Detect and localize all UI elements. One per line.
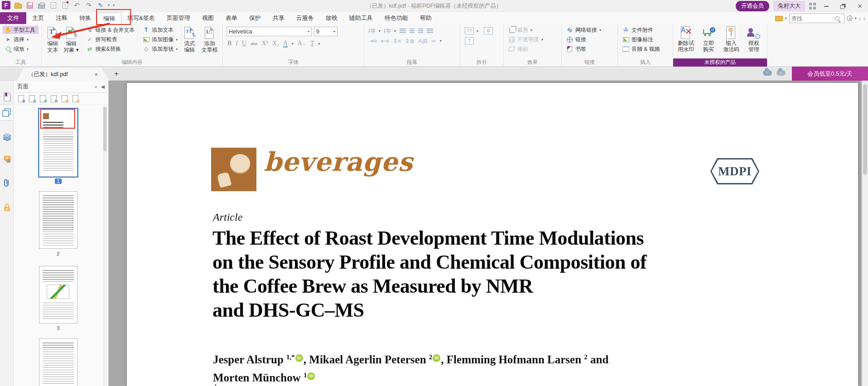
font-color-dropdown-icon[interactable]: ▾ [292,42,294,46]
char-spacing-button[interactable]: A↔ [298,40,306,47]
pdf-page[interactable]: beverages MDPI Article The Effect of Roa… [127,83,858,386]
bullet-list-icon[interactable] [369,29,375,33]
page-number-1[interactable]: 1 [39,179,77,184]
page-thumbnail-2[interactable] [39,191,77,249]
menu-tab-share[interactable]: 共享 [267,12,290,24]
align-left-icon[interactable] [400,29,406,33]
maximize-button[interactable] [837,2,849,10]
page-thumbnail-3[interactable] [39,266,77,323]
align-center-icon[interactable] [410,29,415,33]
new-document-icon[interactable] [61,1,69,10]
font-family-select[interactable]: Helvetica▾ [227,27,312,36]
open-file-icon[interactable] [14,1,22,10]
bookmarks-panel-icon[interactable] [0,89,14,105]
align-right-icon[interactable] [418,29,423,33]
line-spacing-icon[interactable]: ⇕≡ [393,38,401,44]
page-number-2[interactable]: 2 [39,251,77,256]
text-frame-icon[interactable]: T [465,37,474,44]
italic-button[interactable]: I [236,40,238,47]
menu-tab-view[interactable]: 视图 [196,12,220,24]
rotate-right-icon[interactable]: ↻ [51,95,57,102]
close-button[interactable]: ✕ [854,2,866,10]
char-width-icon[interactable]: A|B [418,38,428,44]
add-shape-button[interactable]: ◇ 添加形状▾ [141,45,179,53]
menu-tab-features[interactable]: 特色功能 [379,12,414,24]
underline-button[interactable]: U [242,40,246,47]
remove-trial-watermark-button[interactable]: A✕ 删除试用水印 [676,26,696,53]
search-scope-dropdown-icon[interactable]: ▾ [785,16,787,20]
skew-button[interactable]: 倾斜 [506,45,559,53]
align-justify-icon[interactable] [427,29,433,33]
delete-page-icon[interactable]: ⊖ [72,95,78,102]
indent-increase-icon[interactable]: ⇥≡ [369,38,377,44]
add-text-button[interactable]: T 添加文本 [141,26,179,34]
crop-button[interactable]: 裁剪▾ [506,26,559,34]
link-textbox-icon[interactable]: ⧉ [484,27,493,34]
panel-collapse-icon[interactable]: ◀ [101,84,105,90]
menu-tab-file[interactable]: 文件 [0,12,26,24]
link-button[interactable]: 链接 [564,35,615,43]
font-color-button[interactable]: A [283,40,288,47]
document-tab[interactable]: （已发）kdf.pdf × [17,68,110,81]
bold-button[interactable]: B [227,40,231,47]
security-panel-icon[interactable] [0,199,14,215]
undo-icon[interactable]: ↶ [72,1,81,10]
zoom-in-page-icon[interactable]: ⊕ [18,95,24,102]
membership-promo-banner[interactable]: 会员低至0.5元/天 [792,67,868,81]
vertical-scrollbar[interactable] [862,81,868,386]
buy-now-button[interactable]: ↺ 立即购买 [699,26,719,53]
zoom-tool-button[interactable]: 缩放▾ [3,45,39,53]
menu-tab-help[interactable]: 帮助 [414,12,438,24]
menu-tab-form[interactable]: 表单 [220,12,243,24]
close-tab-icon[interactable]: × [94,71,98,78]
quickbar-customize-icon[interactable]: ▾ [113,3,115,7]
zoom-out-page-icon[interactable]: ⊖ [29,95,35,102]
cloud-share-icon[interactable] [776,70,786,76]
page-thumbnail-4[interactable] [39,338,77,386]
license-manage-button[interactable]: 授权管理 [744,26,764,53]
orcid-icon[interactable]: iD [307,372,315,380]
char-gap-icon[interactable]: ⇿ [431,38,436,44]
find-input[interactable] [791,15,835,22]
orcid-icon[interactable]: iD [433,354,440,362]
char-scale-dropdown-icon[interactable]: ▾ [318,42,320,46]
quickbar-dropdown-icon[interactable]: ▾ [108,3,110,7]
open-membership-button[interactable]: 开通会员 [736,1,769,11]
cloud-upload-icon[interactable] [763,70,772,76]
strikethrough-button[interactable]: abe [251,41,257,46]
settings-dropdown-icon[interactable]: ▾ [855,16,857,20]
pages-panel-icon[interactable] [0,104,14,121]
panel-scrollbar[interactable] [103,105,107,386]
panel-expand-icon[interactable]: » [94,84,97,89]
find-next-icon[interactable]: › [863,15,865,22]
select-tool-button[interactable]: ➤ 选择▾ [3,35,39,43]
superscript-button[interactable]: X² [261,40,268,47]
web-link-button[interactable]: S 网络链接▾ [564,26,615,34]
subscript-button[interactable]: X₂ [272,40,279,47]
orcid-icon[interactable]: iD [295,354,303,362]
insert-page-icon[interactable]: ⊕ [62,95,68,102]
hand-tool-button[interactable]: ✋ 手型工具 [3,26,39,34]
audio-video-button[interactable]: 音频 & 视频 [621,45,670,53]
menu-tab-present[interactable]: 放映 [320,12,343,24]
opacity-button[interactable]: 不透明度▾ [506,35,559,43]
page-number-3[interactable]: 3 [39,325,77,331]
numbered-list-icon[interactable] [384,29,391,33]
menu-tab-protect[interactable]: 保护 [243,12,267,24]
email-icon[interactable] [49,1,58,10]
redo-icon[interactable]: ↷ [84,1,93,10]
font-size-select[interactable]: 9▾ [314,27,338,36]
print-icon[interactable] [37,1,46,10]
layers-panel-icon[interactable] [0,129,14,145]
attachments-panel-icon[interactable] [0,175,14,191]
save-icon[interactable] [25,1,34,10]
menu-tab-cloud[interactable]: 云服务 [290,12,320,24]
search-replace-button[interactable]: ⇄ 搜索&替换 [85,45,136,53]
add-article-box-button[interactable]: U↓ 添加文章框 [199,26,220,53]
bookmark-button[interactable]: 书签 [564,45,615,53]
menu-tab-accessibility[interactable]: 辅助工具 [343,12,379,24]
find-previous-icon[interactable]: ‹ [859,15,861,22]
enter-activation-code-button[interactable]: 输入激活码 [721,26,741,53]
flow-edit-button[interactable]: TT✎ 流式编辑 [181,26,198,53]
quick-sign-icon[interactable]: ✎ [96,1,105,10]
